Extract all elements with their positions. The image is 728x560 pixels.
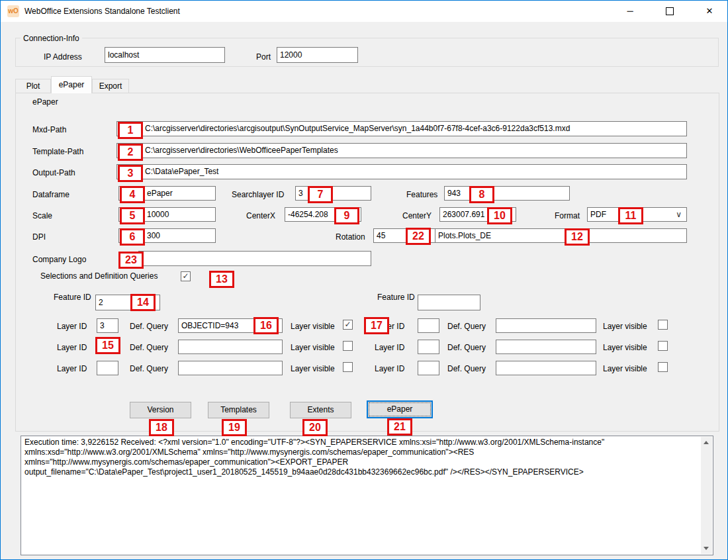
close-icon: ✕ xyxy=(706,6,713,16)
template-input[interactable]: Plots.Plots_DE xyxy=(435,228,687,243)
tab-epaper[interactable]: ePaper xyxy=(51,76,92,93)
centerx-label: CenterX xyxy=(246,211,275,220)
scroll-down-icon[interactable] xyxy=(704,547,709,550)
maximize-button[interactable] xyxy=(655,1,685,22)
annotation-marker-18: 18 xyxy=(149,419,174,436)
feature-id-label-left: Feature ID xyxy=(51,293,94,302)
app-icon-text: wO xyxy=(8,7,19,15)
layer-visible-checkbox[interactable] xyxy=(658,341,668,351)
annotation-marker-14: 14 xyxy=(130,294,156,311)
format-dropdown-value: PDF xyxy=(590,210,606,219)
port-input[interactable]: 12000 xyxy=(277,47,358,63)
annotation-marker-20: 20 xyxy=(302,419,328,436)
layer-visible-label: Layer visible xyxy=(291,343,335,352)
connection-info-legend: Connection-Info xyxy=(21,34,82,43)
layer-visible-checkbox[interactable] xyxy=(343,341,353,351)
annotation-marker-7: 7 xyxy=(308,186,333,203)
annotation-marker-9: 9 xyxy=(334,207,359,224)
annotation-marker-13: 13 xyxy=(209,271,234,288)
company-logo-input[interactable] xyxy=(138,251,371,266)
centery-label: CenterY xyxy=(402,211,432,220)
annotation-marker-22: 22 xyxy=(406,228,431,245)
layer-visible-checkbox[interactable] xyxy=(343,362,353,372)
layer-id-label: Layer ID xyxy=(57,343,87,352)
layer-visible-label: Layer visible xyxy=(603,364,647,373)
app-icon: wO xyxy=(7,5,19,17)
def-query-label: Def. Query xyxy=(130,322,168,331)
rotation-label: Rotation xyxy=(336,232,365,242)
annotation-marker-1: 1 xyxy=(118,122,143,139)
annotation-marker-10: 10 xyxy=(487,207,512,224)
def-query-input[interactable] xyxy=(178,361,283,375)
format-label: Format xyxy=(555,211,580,220)
annotation-marker-17: 17 xyxy=(364,317,389,334)
def-query-label: Def. Query xyxy=(130,343,168,352)
layer-id-input[interactable] xyxy=(418,318,439,333)
layer-visible-label: Layer visible xyxy=(603,343,647,352)
epaper-group-legend: ePaper xyxy=(30,97,61,107)
feature-id-input-right[interactable] xyxy=(418,295,480,310)
output-path-input[interactable]: C:\Data\ePaper_Test xyxy=(116,164,687,179)
window-title: WebOffice Extensions Standalone Testclie… xyxy=(24,7,180,16)
dataframe-label: Dataframe xyxy=(32,190,69,199)
port-label: Port xyxy=(256,52,271,62)
title-bar[interactable]: wO WebOffice Extensions Standalone Testc… xyxy=(1,1,727,22)
company-logo-label: Company Logo xyxy=(32,255,86,264)
epaper-button[interactable]: ePaper xyxy=(367,400,433,418)
layer-id-input[interactable] xyxy=(418,340,439,354)
layer-visible-label: Layer visible xyxy=(291,364,335,373)
version-button[interactable]: Version xyxy=(130,402,191,418)
def-query-input[interactable] xyxy=(178,340,283,354)
output-path-label: Output-Path xyxy=(32,168,75,177)
annotation-marker-11: 11 xyxy=(618,207,643,224)
annotation-marker-16: 16 xyxy=(253,317,279,334)
def-query-label: Def. Query xyxy=(447,322,486,331)
layer-visible-checkbox[interactable] xyxy=(658,320,668,330)
layer-id-label: Layer ID xyxy=(375,364,404,373)
app-window: wO WebOffice Extensions Standalone Testc… xyxy=(0,0,728,560)
annotation-marker-4: 4 xyxy=(120,186,145,203)
searchlayer-id-input[interactable]: 3 xyxy=(295,186,371,201)
selections-group-legend: Selections and Definition Queries xyxy=(38,271,160,281)
annotation-marker-19: 19 xyxy=(222,419,247,436)
close-button[interactable]: ✕ xyxy=(694,1,725,22)
def-query-input[interactable] xyxy=(496,340,596,354)
tab-export[interactable]: Export xyxy=(92,79,129,93)
extents-button[interactable]: Extents xyxy=(290,402,351,418)
maximize-icon xyxy=(666,7,674,15)
features-input[interactable]: 943 xyxy=(444,186,570,201)
annotation-marker-3: 3 xyxy=(118,165,143,182)
layer-visible-checkbox[interactable] xyxy=(658,362,668,372)
minimize-button[interactable]: ─ xyxy=(615,1,645,22)
ip-address-input[interactable]: localhost xyxy=(105,47,225,63)
annotation-marker-15: 15 xyxy=(95,337,120,354)
chevron-down-icon: ∨ xyxy=(676,208,682,221)
annotation-marker-8: 8 xyxy=(469,186,494,203)
def-query-input[interactable] xyxy=(496,318,596,333)
mxd-path-input[interactable]: C:\arcgisserver\directories\arcgisoutput… xyxy=(116,121,687,136)
annotation-marker-12: 12 xyxy=(565,228,590,246)
dpi-label: DPI xyxy=(32,232,46,242)
layer-id-label: Layer ID xyxy=(57,322,87,331)
template-path-input[interactable]: C:\arcgisserver\directories\WebOfficeePa… xyxy=(116,143,687,158)
def-query-input[interactable] xyxy=(496,361,596,375)
selections-checkbox[interactable] xyxy=(181,271,191,281)
scale-label: Scale xyxy=(32,211,52,220)
layer-id-input[interactable] xyxy=(97,361,118,375)
feature-id-label-right: Feature ID xyxy=(375,293,418,302)
layer-id-input[interactable] xyxy=(418,361,439,375)
annotation-marker-6: 6 xyxy=(120,228,145,246)
searchlayer-id-label: Searchlayer ID xyxy=(232,190,284,199)
template-path-label: Template-Path xyxy=(32,147,83,156)
log-output[interactable]: Execution time: 3,9226152 Received: <?xm… xyxy=(21,436,713,555)
templates-button[interactable]: Templates xyxy=(208,402,269,418)
tab-plot[interactable]: Plot xyxy=(15,79,51,93)
log-scrollbar[interactable] xyxy=(701,437,712,554)
mxd-path-label: Mxd-Path xyxy=(32,125,66,134)
scroll-up-icon[interactable] xyxy=(704,441,709,444)
layer-visible-checkbox[interactable] xyxy=(343,320,353,330)
layer-id-label: Layer ID xyxy=(375,343,404,352)
layer-id-input[interactable]: 3 xyxy=(97,318,118,333)
annotation-marker-23: 23 xyxy=(118,252,144,269)
annotation-marker-21: 21 xyxy=(387,418,412,436)
